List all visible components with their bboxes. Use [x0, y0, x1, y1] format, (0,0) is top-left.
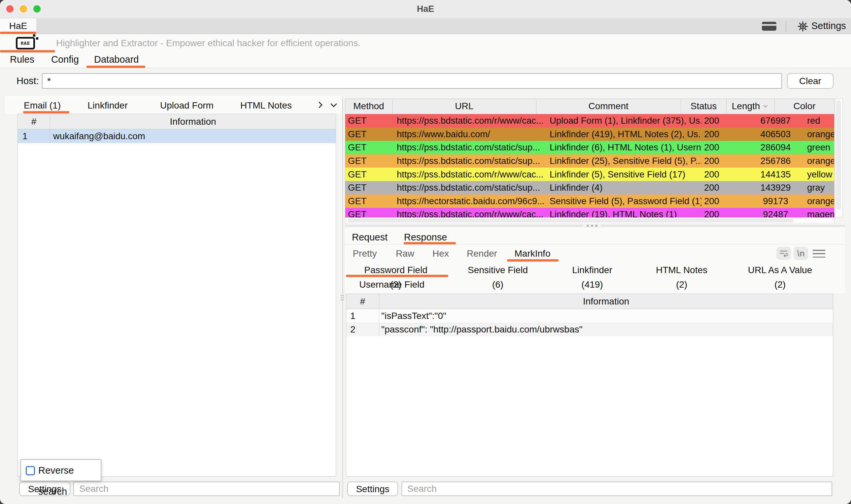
cell-length: 144135 [750, 167, 801, 181]
cell-status: 200 [701, 155, 750, 168]
newline-toggle-button[interactable]: \n [794, 247, 808, 260]
tab-html-notes-field[interactable]: HTML Notes (2) [650, 263, 713, 277]
column-header-length[interactable]: Length [727, 99, 775, 114]
tab-hex[interactable]: Hex [428, 246, 454, 261]
drag-handle-icon[interactable] [341, 295, 345, 304]
column-header-method[interactable]: Method [345, 99, 393, 114]
tab-username-field[interactable]: Username Field (3) [355, 277, 428, 292]
cell-status: 200 [701, 114, 750, 128]
tab-html-notes[interactable]: HTML Notes (5) [235, 98, 297, 113]
cell-method: GET [345, 181, 395, 195]
right-settings-button[interactable]: Settings [347, 482, 398, 496]
tab-linkfinder-field[interactable]: Linkfinder (419) [561, 263, 624, 277]
cell-length: 286094 [750, 141, 801, 155]
left-active-tab-underline [23, 111, 69, 113]
cell-method: GET [345, 208, 395, 217]
tab-request[interactable]: Request [350, 230, 389, 245]
tab-rules[interactable]: Rules [10, 52, 33, 68]
tab-raw[interactable]: Raw [392, 246, 418, 261]
cell-url: https://pss.bdstatic.com/r/www/cac... [395, 167, 548, 181]
password-field-underline [346, 275, 448, 277]
column-header-comment[interactable]: Comment [536, 99, 681, 114]
column-header-color[interactable]: Color [775, 99, 834, 114]
reverse-search-popup: Reverse search [20, 459, 101, 481]
settings-button[interactable]: Settings [811, 18, 846, 34]
chevron-right-icon[interactable] [315, 100, 325, 110]
cell-comment: Linkfinder (25), Sensitive Field (5), P.… [548, 155, 701, 168]
host-input[interactable] [42, 73, 782, 89]
cell-method: GET [345, 128, 395, 141]
cell-method: GET [345, 195, 395, 208]
cell-color: yellow [801, 167, 834, 181]
tab-linkfinder[interactable]: Linkfinder (978) [78, 98, 137, 113]
right-search-input[interactable] [401, 482, 832, 496]
left-search-input[interactable] [73, 482, 340, 496]
column-header-information[interactable]: Information [50, 114, 336, 129]
cell-length: 92487 [750, 208, 801, 217]
cell-color: gray [801, 181, 834, 195]
word-wrap-button[interactable] [776, 247, 791, 260]
row-num: 2 [346, 323, 379, 336]
row-info: "passconf": "http://passport.baidu.com/u… [379, 323, 833, 336]
extension-tabstrip: HaE Settings [0, 18, 851, 34]
tab-url-as-value-field[interactable]: URL As A Value (2) [744, 263, 816, 277]
reverse-search-checkbox[interactable] [26, 466, 35, 475]
email-table: # Information 1 wukaifang@baidu.com [17, 114, 336, 476]
table-row[interactable]: 1 "isPassText":"0" [346, 309, 833, 323]
cell-comment: Linkfinder (4) [548, 181, 701, 195]
request-row[interactable]: GET https://hectorstatic.baidu.com/96c9.… [345, 195, 834, 208]
tab-config[interactable]: Config [51, 52, 76, 68]
cell-color: orange [801, 195, 834, 208]
column-header-url[interactable]: URL [393, 99, 536, 114]
tab-upload-form[interactable]: Upload Form (1) [155, 98, 218, 113]
horizontal-scrollbar[interactable] [345, 217, 834, 224]
request-row[interactable]: GET https://pss.bdstatic.com/r/www/cac..… [345, 167, 834, 181]
tab-render[interactable]: Render [466, 246, 499, 261]
markinfo-table-header: # Information [346, 294, 833, 309]
cell-comment: Linkfinder (419), HTML Notes (2), Us... [548, 128, 701, 141]
vertical-scrollbar[interactable] [835, 98, 843, 217]
request-row[interactable]: GET https://pss.bdstatic.com/r/www/cac..… [345, 208, 834, 217]
menu-icon[interactable] [813, 250, 825, 258]
table-row[interactable]: 2 "passconf": "http://passport.baidu.com… [346, 323, 833, 336]
cell-comment: Sensitive Field (5), Password Field (1) [548, 195, 701, 208]
divider [786, 21, 786, 32]
cell-comment: Linkfinder (19), HTML Notes (1) [548, 208, 701, 217]
column-header-information[interactable]: Information [379, 294, 833, 309]
markinfo-underline [507, 259, 558, 262]
column-header-num[interactable]: # [346, 294, 379, 309]
chevron-down-icon[interactable] [329, 100, 339, 110]
horizontal-scrollbar-thumb[interactable] [348, 219, 794, 222]
vertical-scrollbar-thumb[interactable] [836, 101, 841, 210]
banner-subtitle: Highlighter and Extractor - Empower ethi… [56, 34, 361, 52]
column-header-num[interactable]: # [18, 114, 50, 129]
cell-method: GET [345, 141, 395, 155]
logo-pixel-dot [36, 37, 38, 40]
table-row[interactable]: 1 wukaifang@baidu.com [18, 129, 336, 143]
window-title: HaE [0, 0, 851, 18]
request-row[interactable]: GET https://www.baidu.com/ Linkfinder (4… [345, 128, 834, 141]
cell-color: magenta [801, 208, 834, 217]
tab-pretty[interactable]: Pretty [348, 246, 381, 261]
word-wrap-icon [779, 249, 788, 258]
request-row[interactable]: GET https://pss.bdstatic.com/static/sup.… [345, 155, 834, 168]
banner-underline [0, 50, 55, 52]
gear-icon[interactable] [797, 20, 809, 32]
tab-sensitive-field[interactable]: Sensitive Field (6) [465, 263, 531, 277]
tab-databoard[interactable]: Databoard [94, 52, 138, 68]
cell-color: red [801, 114, 834, 128]
cell-comment: Upload Form (1), Linkfinder (375), Us... [548, 114, 701, 128]
tab-email[interactable]: Email (1) [19, 98, 65, 113]
tab-markinfo[interactable]: MarkInfo [513, 246, 552, 261]
column-header-status[interactable]: Status [681, 99, 727, 114]
request-row[interactable]: GET https://pss.bdstatic.com/static/sup.… [345, 141, 834, 155]
cell-color: orange [801, 155, 834, 168]
window-menu-icon[interactable] [762, 22, 776, 31]
cell-url: https://pss.bdstatic.com/static/sup... [395, 155, 548, 168]
clear-button[interactable]: Clear [787, 73, 834, 89]
cell-url: https://pss.bdstatic.com/static/sup... [395, 181, 548, 195]
nav-active-underline [86, 66, 145, 68]
request-row[interactable]: GET https://pss.bdstatic.com/static/sup.… [345, 181, 834, 195]
requests-table-header: Method URL Comment Status Length Color [345, 99, 834, 114]
request-row[interactable]: GET https://pss.bdstatic.com/r/www/cac..… [345, 114, 834, 128]
